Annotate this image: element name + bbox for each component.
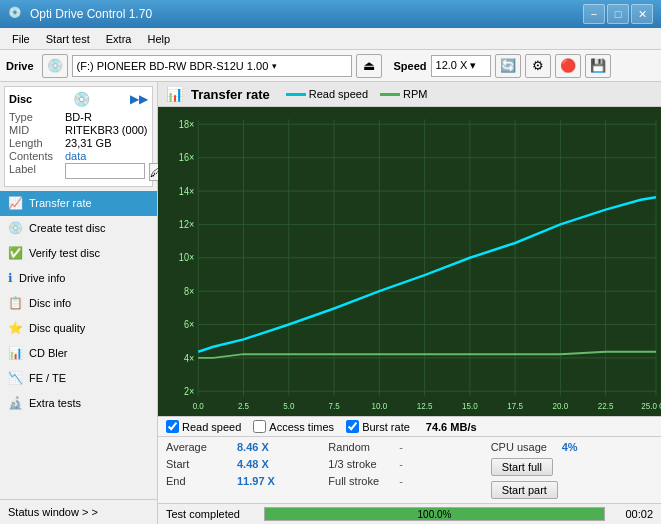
svg-text:2.5: 2.5 — [238, 400, 249, 411]
save-button[interactable]: 💾 — [585, 54, 611, 78]
burst-rate-checkbox[interactable]: Burst rate — [346, 420, 410, 433]
menu-help[interactable]: Help — [139, 31, 178, 47]
progress-label: Test completed — [166, 508, 256, 520]
disc-length-value: 23,31 GB — [65, 137, 111, 149]
stats-random-row: Random - — [328, 439, 490, 455]
eject-button[interactable]: ⏏ — [356, 54, 382, 78]
window-controls: − □ ✕ — [583, 4, 653, 24]
nav-extra-tests-label: Extra tests — [29, 397, 81, 409]
chart-header: 📊 Transfer rate Read speed RPM — [158, 82, 661, 107]
svg-text:10×: 10× — [179, 252, 194, 264]
close-button[interactable]: ✕ — [631, 4, 653, 24]
disc-quality-icon: ⭐ — [8, 321, 23, 335]
legend-rpm: RPM — [380, 88, 427, 100]
stats-start-row: Start 4.48 X — [166, 456, 328, 472]
menu-file[interactable]: File — [4, 31, 38, 47]
disc-info-icon: 📋 — [8, 296, 23, 310]
disc-mid-row: MID RITEKBR3 (000) — [9, 124, 148, 136]
start-value: 4.48 X — [237, 458, 277, 470]
access-times-check[interactable] — [253, 420, 266, 433]
svg-text:15.0: 15.0 — [462, 400, 478, 411]
stats-start-btn-row: Start full — [491, 456, 653, 478]
status-window-label: Status window > > — [8, 506, 98, 518]
start-part-button[interactable]: Start part — [491, 481, 558, 499]
status-window-btn[interactable]: Status window > > — [0, 499, 157, 524]
chart-legend: Read speed RPM — [286, 88, 428, 100]
random-value: - — [399, 441, 403, 453]
nav-disc-info-label: Disc info — [29, 297, 71, 309]
disc-length-row: Length 23,31 GB — [9, 137, 148, 149]
disc-mid-value: RITEKBR3 (000) — [65, 124, 148, 136]
legend-rpm-color — [380, 93, 400, 96]
start-full-button[interactable]: Start full — [491, 458, 553, 476]
drive-label: Drive — [6, 60, 34, 72]
read-speed-check[interactable] — [166, 420, 179, 433]
nav-create-test-disc[interactable]: 💿 Create test disc — [0, 216, 157, 241]
menu-extra[interactable]: Extra — [98, 31, 140, 47]
random-label: Random — [328, 441, 393, 453]
drive-icon-btn[interactable]: 💿 — [42, 54, 68, 78]
progress-percent: 100.0% — [265, 508, 604, 520]
svg-text:17.5: 17.5 — [507, 400, 523, 411]
burst-rate-check[interactable] — [346, 420, 359, 433]
nav-fe-te[interactable]: 📉 FE / TE — [0, 366, 157, 391]
stats-end-row: End 11.97 X — [166, 473, 328, 489]
drive-select-text: (F:) PIONEER BD-RW BDR-S12U 1.00 — [77, 60, 269, 72]
burst-rate-value: 74.6 MB/s — [426, 421, 477, 433]
svg-text:16×: 16× — [179, 152, 194, 164]
fe-te-icon: 📉 — [8, 371, 23, 385]
svg-text:4×: 4× — [184, 352, 194, 364]
access-times-check-label: Access times — [269, 421, 334, 433]
disc-length-label: Length — [9, 137, 61, 149]
legend-read-speed: Read speed — [286, 88, 368, 100]
maximize-button[interactable]: □ — [607, 4, 629, 24]
menu-start-test[interactable]: Start test — [38, 31, 98, 47]
disc-type-label: Type — [9, 111, 61, 123]
nav-cd-bler[interactable]: 📊 CD Bler — [0, 341, 157, 366]
nav-transfer-rate[interactable]: 📈 Transfer rate — [0, 191, 157, 216]
progress-time: 00:02 — [613, 508, 653, 520]
progress-area: Test completed 100.0% 00:02 — [158, 503, 661, 524]
svg-text:22.5: 22.5 — [598, 400, 614, 411]
drive-select-arrow: ▾ — [272, 61, 277, 71]
fullstroke-value: - — [399, 475, 403, 487]
stroke13-label: 1/3 stroke — [328, 458, 393, 470]
nav-extra-tests[interactable]: 🔬 Extra tests — [0, 391, 157, 416]
drive-info-icon: ℹ — [8, 271, 13, 285]
chart-svg: 18× 16× 14× 12× 10× 8× 6× 4× 2× 0.0 2.5 … — [158, 107, 661, 416]
settings-button[interactable]: ⚙ — [525, 54, 551, 78]
nav-disc-quality[interactable]: ⭐ Disc quality — [0, 316, 157, 341]
read-speed-check-label: Read speed — [182, 421, 241, 433]
burn-button[interactable]: 🔴 — [555, 54, 581, 78]
read-speed-checkbox[interactable]: Read speed — [166, 420, 241, 433]
extra-tests-icon: 🔬 — [8, 396, 23, 410]
end-value: 11.97 X — [237, 475, 277, 487]
nav-disc-info[interactable]: 📋 Disc info — [0, 291, 157, 316]
nav-verify-test-disc[interactable]: ✅ Verify test disc — [0, 241, 157, 266]
transfer-rate-icon: 📈 — [8, 196, 23, 210]
disc-icon: 💿 — [73, 91, 90, 107]
disc-label-label: Label — [9, 163, 61, 181]
stats-col-right: CPU usage 4% Start full Start part — [491, 439, 653, 501]
svg-text:18×: 18× — [179, 118, 194, 130]
chart-area: 18× 16× 14× 12× 10× 8× 6× 4× 2× 0.0 2.5 … — [158, 107, 661, 416]
svg-text:6×: 6× — [184, 318, 194, 330]
nav-drive-info-label: Drive info — [19, 272, 65, 284]
disc-contents-value: data — [65, 150, 86, 162]
refresh-button[interactable]: 🔄 — [495, 54, 521, 78]
disc-label-input[interactable] — [65, 163, 145, 179]
minimize-button[interactable]: − — [583, 4, 605, 24]
drive-selector[interactable]: (F:) PIONEER BD-RW BDR-S12U 1.00 ▾ — [72, 55, 352, 77]
svg-text:10.0: 10.0 — [371, 400, 387, 411]
nav-cd-bler-label: CD Bler — [29, 347, 68, 359]
nav-drive-info[interactable]: ℹ Drive info — [0, 266, 157, 291]
disc-label-row: Label 🖊 — [9, 163, 148, 181]
legend-read-speed-color — [286, 93, 306, 96]
stats-rows: Average 8.46 X Start 4.48 X End 11.97 X — [158, 437, 661, 503]
disc-panel: Disc 💿 ▶▶ Type BD-R MID RITEKBR3 (000) L… — [4, 86, 153, 187]
svg-text:25.0 GB: 25.0 GB — [641, 400, 661, 411]
speed-selector[interactable]: 12.0 X ▾ — [431, 55, 491, 77]
access-times-checkbox[interactable]: Access times — [253, 420, 334, 433]
disc-panel-header: Disc 💿 ▶▶ — [9, 91, 148, 107]
drive-bar: Drive 💿 (F:) PIONEER BD-RW BDR-S12U 1.00… — [0, 50, 661, 82]
